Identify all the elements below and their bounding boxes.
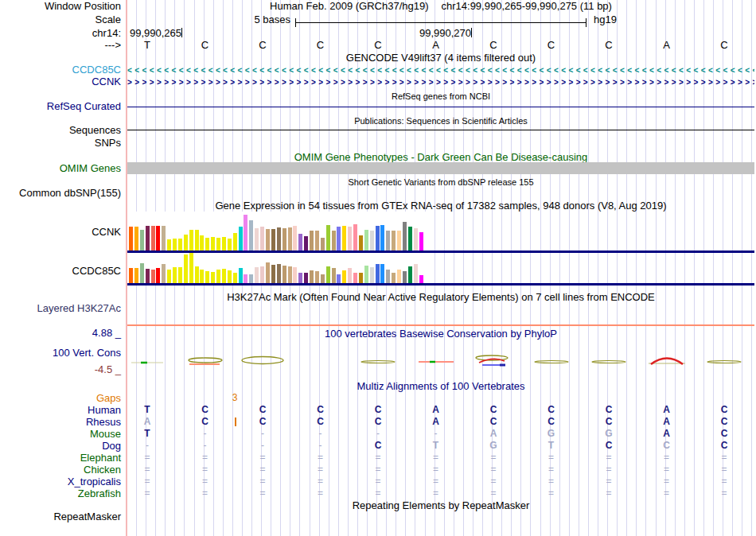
alignment-base[interactable]: C bbox=[369, 441, 387, 451]
gtex-tissue-bar[interactable] bbox=[140, 230, 144, 251]
conservation-glyph-thin[interactable] bbox=[580, 352, 637, 369]
alignment-base[interactable]: = bbox=[197, 452, 214, 463]
alignment-base[interactable]: = bbox=[254, 452, 271, 463]
alignment-base[interactable]: = bbox=[254, 488, 271, 499]
alignment-base[interactable]: C bbox=[600, 441, 618, 451]
alignment-base[interactable]: = bbox=[138, 488, 156, 499]
gtex-tissue-bar[interactable] bbox=[228, 239, 232, 251]
gtex-tissue-bar[interactable] bbox=[332, 231, 336, 251]
gtex-tissue-bar[interactable] bbox=[288, 266, 292, 283]
alignment-base[interactable]: = bbox=[254, 464, 271, 475]
sequences-label[interactable]: Sequences bbox=[0, 125, 121, 136]
gtex-tissue-bar[interactable] bbox=[162, 264, 166, 283]
alignment-base[interactable]: = bbox=[312, 488, 329, 499]
gtex-tissue-bar[interactable] bbox=[304, 273, 308, 283]
species-label-rhesus[interactable]: Rhesus bbox=[0, 417, 121, 428]
alignment-base[interactable]: = bbox=[600, 476, 618, 487]
alignment-base[interactable]: T bbox=[138, 405, 156, 415]
gtex-tissue-bar[interactable] bbox=[271, 265, 275, 283]
gtex-tissue-bar[interactable] bbox=[386, 270, 390, 283]
chrom-label[interactable]: chr14: bbox=[0, 28, 121, 39]
alignment-base[interactable]: A bbox=[658, 405, 676, 415]
alignment-base[interactable]: = bbox=[369, 452, 387, 463]
alignment-base[interactable]: - bbox=[427, 429, 445, 439]
gtex-tissue-bar[interactable] bbox=[216, 270, 220, 283]
alignment-base[interactable]: = bbox=[715, 464, 733, 475]
species-label-human[interactable]: Human bbox=[0, 405, 121, 416]
alignment-base[interactable]: = bbox=[485, 488, 502, 499]
gtex-tissue-bar[interactable] bbox=[233, 273, 237, 283]
gtex-tissue-bar[interactable] bbox=[283, 228, 286, 251]
species-label-mouse[interactable]: Mouse bbox=[0, 429, 121, 440]
species-label-elephant[interactable]: Elephant bbox=[0, 452, 121, 464]
gtex-tissue-bar[interactable] bbox=[260, 266, 264, 283]
gtex-tissue-bar[interactable] bbox=[342, 226, 346, 251]
conservation-glyph-thin[interactable] bbox=[523, 352, 580, 369]
alignment-base[interactable]: = bbox=[485, 464, 502, 475]
refseq-curated-item[interactable] bbox=[127, 107, 754, 107]
gtex-tissue-bar[interactable] bbox=[146, 226, 150, 251]
alignment-base[interactable]: C bbox=[715, 405, 733, 415]
alignment-base[interactable]: C bbox=[543, 405, 560, 415]
alignment-base[interactable]: C bbox=[715, 429, 733, 439]
gtex-tissue-bar[interactable] bbox=[342, 270, 346, 283]
gtex-tissue-bar[interactable] bbox=[189, 230, 193, 251]
gtex-tissue-bar[interactable] bbox=[348, 268, 352, 283]
species-label-x_tropicalis[interactable]: X_tropicalis bbox=[0, 476, 121, 487]
gtex-tissue-bar[interactable] bbox=[173, 239, 177, 251]
alignment-base[interactable]: T bbox=[138, 429, 156, 439]
alignment-base[interactable]: - bbox=[369, 429, 387, 439]
gtex-tissue-bar[interactable] bbox=[310, 270, 314, 283]
alignment-base[interactable]: C bbox=[485, 417, 502, 427]
gtex-tissue-bar[interactable] bbox=[397, 270, 401, 283]
gtex-tissue-bar[interactable] bbox=[146, 269, 150, 283]
gtex-tissue-bar[interactable] bbox=[195, 266, 199, 283]
alignment-base[interactable]: - bbox=[312, 429, 329, 439]
common-dbsnp-label[interactable]: Common dbSNP(155) bbox=[0, 188, 121, 199]
alignment-base[interactable]: C bbox=[600, 405, 618, 415]
gtex-tissue-bar[interactable] bbox=[216, 238, 220, 251]
gtex-tissue-bar[interactable] bbox=[222, 237, 226, 251]
alignment-base[interactable]: G bbox=[600, 429, 618, 439]
strand-label[interactable]: ---> bbox=[0, 40, 121, 51]
gtex-ccnk-label[interactable]: CCNK bbox=[0, 227, 121, 238]
alignment-base[interactable]: = bbox=[658, 476, 676, 487]
gtex-tissue-bar[interactable] bbox=[397, 231, 401, 251]
alignment-base[interactable]: = bbox=[369, 476, 387, 487]
alignment-base[interactable]: G bbox=[543, 429, 560, 439]
alignment-base[interactable]: - bbox=[254, 429, 271, 439]
alignment-base[interactable]: - bbox=[197, 441, 214, 451]
gtex-tissue-bar[interactable] bbox=[408, 266, 412, 283]
alignment-base[interactable]: A bbox=[138, 417, 156, 427]
alignment-base[interactable]: = bbox=[543, 488, 560, 499]
alignment-base[interactable]: = bbox=[312, 464, 329, 475]
alignment-base[interactable]: = bbox=[138, 464, 156, 475]
gtex-tissue-bar[interactable] bbox=[310, 231, 314, 251]
gtex-tissue-bar[interactable] bbox=[414, 228, 418, 251]
alignment-base[interactable]: - bbox=[138, 441, 156, 451]
alignment-base[interactable]: = bbox=[600, 488, 618, 499]
conservation-glyph-thin[interactable] bbox=[696, 352, 753, 369]
alignment-base[interactable]: A bbox=[427, 417, 445, 427]
gtex-tissue-bar[interactable] bbox=[298, 234, 302, 251]
alignment-base[interactable]: - bbox=[312, 441, 329, 451]
gtex-tissue-bar[interactable] bbox=[364, 266, 368, 283]
gtex-tissue-bar[interactable] bbox=[129, 268, 133, 283]
gtex-tissue-bar[interactable] bbox=[321, 274, 325, 283]
alignment-base[interactable]: = bbox=[543, 452, 560, 463]
conservation-glyph-thin[interactable] bbox=[349, 352, 407, 369]
gtex-tissue-bar[interactable] bbox=[315, 271, 319, 283]
gtex-tissue-bar[interactable] bbox=[205, 238, 209, 251]
gtex-tissue-bar[interactable] bbox=[304, 236, 308, 251]
alignment-base[interactable]: = bbox=[485, 452, 502, 463]
alignment-base[interactable]: = bbox=[543, 464, 560, 475]
alignment-base[interactable]: C bbox=[715, 417, 733, 427]
gtex-tissue-bar[interactable] bbox=[173, 267, 177, 283]
alignment-base[interactable]: - bbox=[197, 429, 214, 439]
alignment-base[interactable]: C bbox=[658, 441, 676, 451]
gtex-tissue-bar[interactable] bbox=[200, 270, 204, 283]
gtex-tissue-bar[interactable] bbox=[414, 264, 418, 283]
gtex-tissue-bar[interactable] bbox=[189, 253, 193, 283]
alignment-base[interactable]: = bbox=[658, 452, 676, 463]
conservation-glyph-ellipse[interactable] bbox=[234, 352, 291, 369]
